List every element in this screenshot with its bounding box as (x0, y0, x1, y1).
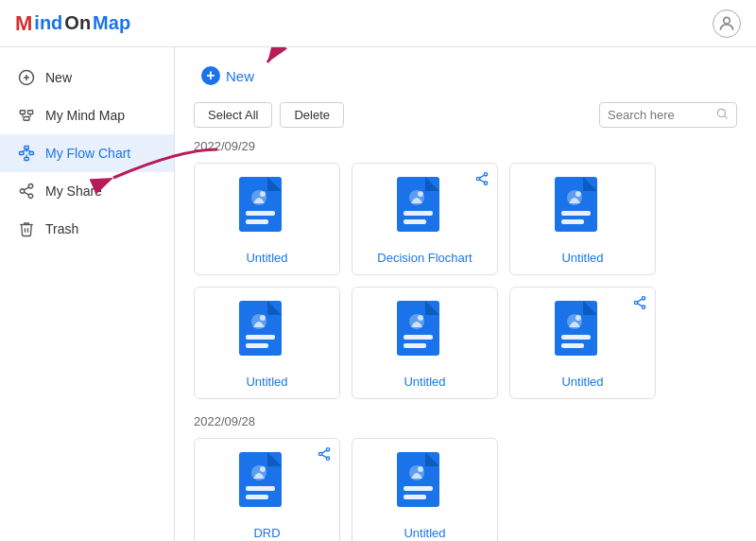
sidebar-item-label: New (45, 70, 72, 85)
file-icon (234, 299, 301, 375)
svg-point-56 (634, 301, 637, 304)
svg-rect-11 (29, 152, 34, 155)
list-item[interactable]: Untitled (509, 163, 656, 275)
svg-rect-36 (404, 211, 433, 216)
list-item[interactable]: Decision Flochart (352, 163, 498, 275)
sidebar-item-my-flow-chart[interactable]: My Flow Chart (0, 134, 174, 172)
list-item[interactable]: Untitled (194, 163, 340, 275)
map-icon (17, 106, 36, 125)
svg-rect-61 (561, 335, 591, 340)
svg-rect-4 (20, 111, 25, 114)
new-button-icon: + (201, 66, 220, 85)
list-item[interactable]: DRD (194, 438, 340, 541)
svg-rect-27 (246, 219, 268, 224)
svg-point-19 (28, 194, 33, 199)
svg-line-15 (26, 149, 31, 151)
svg-rect-5 (28, 111, 33, 114)
logo-text: ind (34, 12, 62, 34)
select-all-button[interactable]: Select All (194, 102, 272, 128)
sidebar-item-my-mind-map[interactable]: My Mind Map (0, 96, 174, 134)
svg-point-54 (418, 315, 423, 321)
logo-m: M (15, 11, 32, 36)
card-title: Untitled (561, 375, 603, 389)
svg-point-49 (260, 315, 266, 321)
list-item[interactable]: Untitled (352, 438, 498, 541)
card-title: Untitled (404, 526, 445, 540)
list-item[interactable]: Untitled (352, 287, 498, 399)
svg-line-34 (480, 175, 485, 178)
new-button[interactable]: + New (194, 62, 262, 89)
sidebar-item-trash[interactable]: Trash (0, 210, 174, 248)
plus-circle-icon (17, 68, 36, 87)
svg-rect-62 (561, 343, 584, 348)
toolbar: Select All Delete (194, 102, 737, 128)
svg-point-17 (28, 184, 33, 189)
svg-line-14 (22, 149, 26, 151)
svg-line-20 (24, 192, 28, 195)
toolbar-left: Select All Delete (194, 102, 344, 128)
sidebar-item-my-share[interactable]: My Share (0, 172, 174, 210)
svg-rect-6 (24, 117, 29, 121)
search-icon (715, 107, 729, 123)
logo-map-text: Map (93, 12, 130, 34)
card-title: DRD (253, 526, 280, 540)
sidebar: New My Mind Map My Flow Chart My Share T (0, 47, 175, 541)
search-input[interactable] (608, 108, 712, 122)
sidebar-item-label: My Flow Chart (45, 146, 130, 161)
svg-line-68 (322, 455, 327, 458)
svg-point-67 (326, 457, 329, 460)
svg-rect-71 (246, 486, 275, 491)
svg-line-21 (24, 187, 28, 190)
svg-rect-42 (561, 219, 584, 224)
date-label-2: 2022/09/28 (194, 414, 737, 428)
grid-2: DRD Untitled (194, 438, 737, 541)
card-title: Decision Flochart (377, 251, 472, 265)
card-title: Untitled (246, 375, 287, 389)
svg-rect-76 (404, 486, 433, 491)
logo-on: On (64, 12, 91, 34)
card-title: Untitled (404, 375, 445, 389)
svg-point-23 (717, 109, 725, 116)
share-badge-icon (632, 295, 647, 313)
search-box[interactable] (599, 102, 737, 128)
flow-chart-icon (17, 144, 36, 163)
card-title: Untitled (561, 251, 603, 265)
svg-point-65 (326, 448, 329, 451)
svg-line-24 (725, 116, 728, 119)
file-icon (550, 175, 616, 251)
layout: New My Mind Map My Flow Chart My Share T (0, 47, 756, 541)
file-icon (550, 299, 616, 375)
list-item[interactable]: Untitled (194, 287, 340, 399)
svg-rect-26 (246, 211, 275, 216)
header: MindOnMap (0, 0, 756, 47)
list-item[interactable]: Untitled (509, 287, 656, 399)
delete-button[interactable]: Delete (280, 102, 344, 128)
user-avatar-icon[interactable] (713, 9, 741, 38)
file-icon (392, 299, 458, 375)
logo: MindOnMap (15, 11, 130, 36)
svg-point-57 (642, 305, 644, 308)
share-badge-icon (317, 446, 332, 464)
svg-point-64 (576, 315, 581, 321)
svg-point-55 (642, 297, 644, 300)
sidebar-item-label: My Mind Map (45, 108, 125, 123)
svg-rect-9 (25, 147, 29, 149)
svg-rect-72 (246, 495, 268, 499)
svg-point-29 (260, 191, 266, 197)
sidebar-item-new[interactable]: New (0, 59, 174, 96)
svg-rect-10 (20, 152, 25, 155)
svg-line-33 (480, 180, 485, 183)
svg-rect-47 (246, 343, 268, 348)
sidebar-item-label: My Share (45, 183, 102, 199)
svg-rect-46 (246, 335, 275, 340)
svg-rect-41 (561, 211, 591, 216)
svg-point-44 (576, 191, 581, 197)
svg-rect-51 (404, 335, 433, 340)
svg-point-79 (418, 466, 423, 472)
svg-point-0 (724, 17, 730, 24)
file-icon (392, 450, 458, 526)
share-badge-icon (474, 171, 490, 189)
file-icon (234, 175, 301, 251)
svg-point-39 (418, 191, 423, 197)
svg-point-30 (484, 173, 487, 176)
